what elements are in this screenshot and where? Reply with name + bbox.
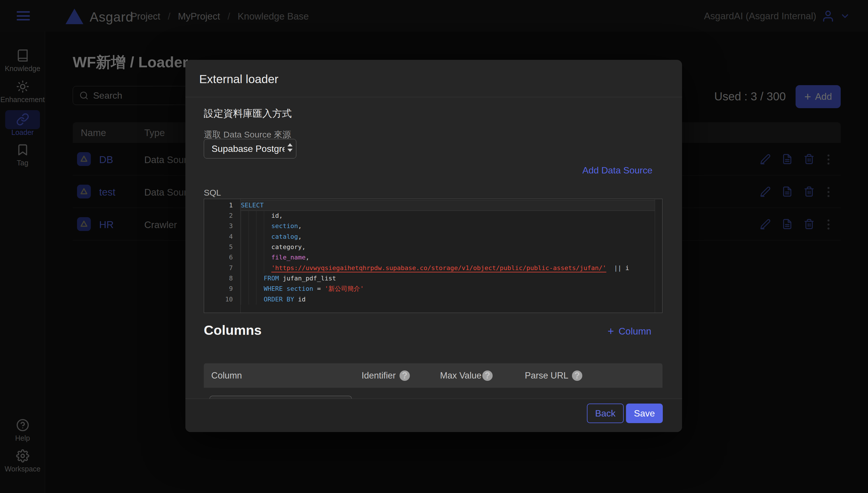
code-line: category, xyxy=(241,242,305,252)
datasource-select-value: Supabase Postgres xyxy=(211,144,284,154)
columns-header-identifier: Identifier xyxy=(362,370,396,381)
add-column-label: Column xyxy=(618,326,651,337)
code-line: section, xyxy=(241,221,302,231)
import-method-section-title: 設定資料庫匯入方式 xyxy=(204,107,292,120)
add-data-source-link[interactable]: Add Data Source xyxy=(582,165,653,176)
save-button[interactable]: Save xyxy=(626,404,663,423)
columns-heading: Columns xyxy=(204,322,261,338)
select-stepper-icon xyxy=(288,143,293,152)
columns-header-max-value: Max Value xyxy=(440,370,481,381)
external-loader-modal: External loader 設定資料庫匯入方式 選取 Data Source… xyxy=(185,60,682,432)
sql-label: SQL xyxy=(204,188,221,198)
editor-code-area: SELECT id, section, catalog, category, f… xyxy=(241,199,662,313)
columns-table-header: Column Identifier ? Max Value ? Parse UR… xyxy=(204,363,662,388)
code-line: id, xyxy=(241,211,283,221)
modal-header-divider xyxy=(185,97,682,97)
code-url-string: 'https://uvwyqsiegaihetqhrpdw.supabase.c… xyxy=(271,264,607,272)
back-button[interactable]: Back xyxy=(587,404,624,423)
code-line: ORDER BY id xyxy=(241,294,305,305)
add-column-link[interactable]: + Column xyxy=(608,325,651,337)
columns-header-column: Column xyxy=(211,370,242,381)
modal-footer: Back Save xyxy=(185,399,682,432)
modal-title: External loader xyxy=(199,72,278,86)
code-line: WHERE section = '新公司簡介' xyxy=(241,284,364,294)
plus-icon: + xyxy=(608,325,614,337)
editor-line-number-gutter: 1 2 3 4 5 6 7 8 9 10 xyxy=(204,199,241,313)
help-icon[interactable]: ? xyxy=(482,370,493,381)
help-icon[interactable]: ? xyxy=(399,370,410,381)
code-line: catalog, xyxy=(241,232,302,242)
sql-code-editor[interactable]: 1 2 3 4 5 6 7 8 9 10 SELECT id, section,… xyxy=(204,199,662,313)
code-line: SELECT xyxy=(241,200,264,211)
datasource-select[interactable]: Supabase Postgres xyxy=(204,139,296,158)
help-icon[interactable]: ? xyxy=(572,370,582,381)
columns-header-parse-url: Parse URL xyxy=(525,370,569,381)
code-line: file_name, xyxy=(241,252,309,263)
code-line: FROM jufan_pdf_list xyxy=(241,273,336,284)
code-line: 'https://uvwyqsiegaihetqhrpdw.supabase.c… xyxy=(241,263,629,273)
